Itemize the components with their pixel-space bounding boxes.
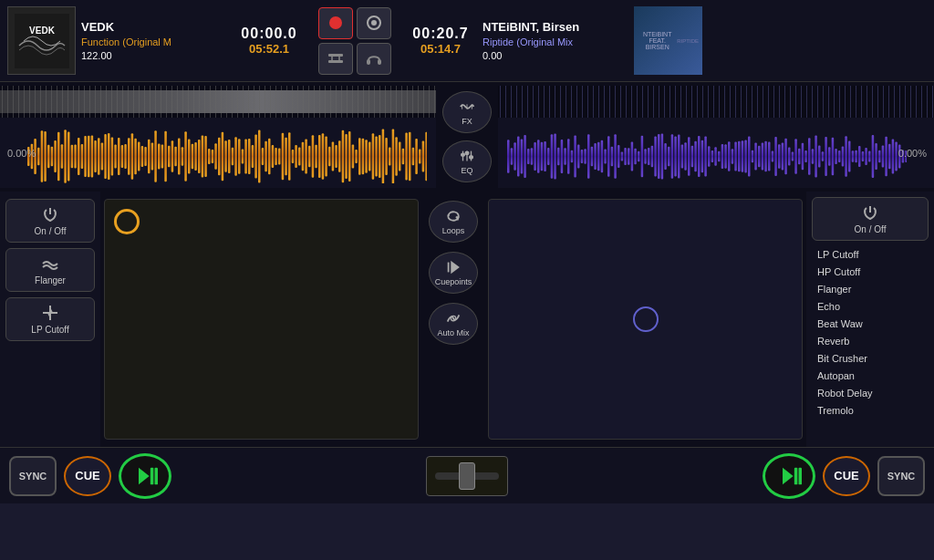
svg-rect-6 [328,60,343,63]
record-button[interactable] [318,7,353,39]
svg-rect-89 [285,138,287,175]
fx-button[interactable]: FX [442,91,492,133]
left-track-subtitle: Function (Original M [81,36,227,47]
svg-rect-97 [312,135,315,178]
svg-rect-5 [328,54,343,57]
svg-rect-153 [547,148,550,165]
effect-list-item[interactable]: HP Cutoff [812,264,929,280]
svg-rect-22 [61,144,64,169]
svg-rect-201 [708,146,711,166]
svg-marker-271 [783,467,794,484]
effect-list-item[interactable]: Flanger [812,281,929,297]
pitch-crossfader[interactable] [426,456,508,496]
effect-list-item[interactable]: Autopan [812,368,929,384]
svg-rect-74 [234,137,237,175]
svg-rect-194 [684,142,687,171]
left-cue-button[interactable]: CUE [64,456,111,496]
svg-marker-268 [139,467,150,484]
svg-rect-68 [214,143,217,169]
svg-rect-25 [71,145,74,168]
svg-rect-99 [318,135,321,178]
left-turntable[interactable] [104,199,419,440]
svg-rect-90 [288,132,291,181]
svg-rect-216 [758,146,761,167]
svg-rect-77 [244,139,247,173]
svg-rect-111 [358,138,361,175]
svg-rect-80 [254,135,257,179]
effect-list-item[interactable]: Reverb [812,333,929,349]
svg-rect-242 [845,136,847,177]
effect-list-item[interactable]: Echo [812,298,929,315]
svg-rect-127 [412,148,415,165]
right-onoff-label: On / Off [855,224,887,234]
svg-rect-47 [144,147,147,166]
left-onoff-button[interactable]: On / Off [5,199,95,243]
right-effect-list: LP CutoffHP CutoffFlangerEchoBeat WawRev… [812,246,929,419]
svg-rect-256 [892,140,895,174]
svg-rect-109 [352,145,355,169]
right-sync-button[interactable]: SYNC [877,456,925,496]
eq-button[interactable]: EQ [442,140,492,182]
svg-rect-176 [624,148,627,165]
svg-rect-269 [150,467,154,484]
svg-rect-82 [262,148,265,165]
svg-rect-107 [345,134,348,179]
headphones-button[interactable] [357,43,391,75]
effect-list-item[interactable]: Tremolo [812,402,929,419]
right-play-button[interactable] [763,453,815,499]
automix-label: Auto Mix [437,328,469,337]
effect-list-item[interactable]: Bit Crusher [812,350,929,367]
right-pitch-label: 0.00% [898,148,927,159]
svg-rect-91 [292,150,295,163]
right-time-remaining: 05:14.7 [420,42,461,56]
svg-rect-230 [804,150,807,162]
svg-rect-202 [711,150,714,162]
svg-rect-27 [78,138,80,175]
svg-rect-19 [51,147,54,166]
loops-button[interactable]: Loops [429,201,478,243]
svg-rect-116 [375,137,378,177]
svg-rect-50 [154,130,157,182]
svg-rect-188 [664,143,667,170]
svg-rect-233 [815,135,817,177]
effect-list-item[interactable]: Robot Delay [812,385,929,401]
right-turntable[interactable] [488,199,803,440]
svg-rect-177 [628,148,630,165]
left-track-info: VEDK Function (Original M 122.00 [81,20,227,61]
left-play-button[interactable] [119,453,171,499]
svg-rect-193 [681,145,684,169]
svg-rect-213 [748,136,751,176]
svg-rect-158 [564,148,566,164]
svg-rect-190 [671,134,674,178]
svg-rect-105 [338,140,341,171]
left-overview-waveform: // Draw waveform bars via JS [0,86,436,118]
settings-button[interactable] [357,7,391,39]
left-sync-button[interactable]: SYNC [9,456,57,496]
svg-rect-48 [148,140,150,173]
svg-rect-36 [108,133,110,180]
right-time-display: 00:20.7 05:14.7 [404,26,477,56]
left-flanger-button[interactable]: Flanger [5,248,95,292]
svg-rect-257 [895,141,898,171]
automix-button[interactable]: Auto Mix [429,303,478,345]
left-lpcutoff-button[interactable]: LP Cutoff [5,297,95,341]
svg-rect-52 [161,145,164,169]
right-cue-button[interactable]: CUE [823,456,870,496]
svg-rect-120 [389,148,391,166]
svg-rect-219 [768,142,771,171]
svg-rect-10 [378,59,381,65]
crossfader-button[interactable] [318,43,353,75]
svg-rect-114 [368,142,371,171]
svg-rect-248 [865,148,867,165]
effect-list-item[interactable]: LP Cutoff [812,246,929,263]
right-onoff-button[interactable]: On / Off [812,197,929,241]
svg-rect-76 [242,150,244,164]
cuepoints-button[interactable]: Cuepoints [429,252,478,294]
svg-point-4 [371,20,377,26]
svg-rect-119 [385,138,388,175]
svg-rect-214 [752,150,754,162]
svg-rect-58 [182,147,184,165]
svg-rect-151 [541,142,544,171]
svg-rect-145 [521,139,524,173]
effect-list-item[interactable]: Beat Waw [812,316,929,332]
